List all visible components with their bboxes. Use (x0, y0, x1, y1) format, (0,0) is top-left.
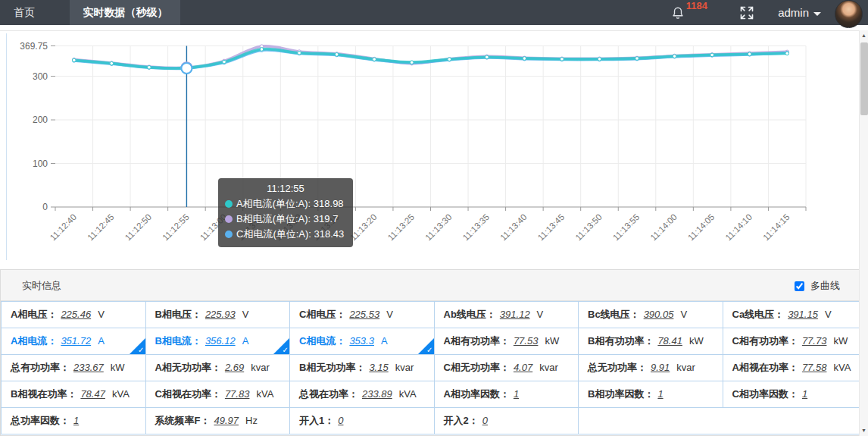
metric-value-link[interactable]: 78.47 (80, 388, 105, 400)
metric-value-link[interactable]: 1 (514, 388, 519, 400)
metric-cell[interactable]: C相电压：225.53V (290, 302, 435, 328)
info-panel-title: 实时信息 (22, 270, 61, 301)
multi-curve-toggle[interactable]: 多曲线 (795, 270, 840, 301)
metric-value-link[interactable]: 233.89 (362, 388, 392, 400)
metric-cell[interactable]: C相电流：353.3A✓ (290, 328, 435, 355)
metric-cell[interactable]: Ab线电压：391.12V (434, 302, 579, 328)
metric-cell[interactable]: Ca线电压：391.15V (723, 302, 867, 328)
metric-unit: kVA (256, 388, 273, 400)
metric-label: A相视在功率： (732, 362, 798, 373)
metric-value-link[interactable]: 356.12 (205, 335, 236, 347)
metric-value-link[interactable]: 1 (657, 388, 663, 400)
metric-label: B相无功功率： (299, 362, 365, 373)
svg-text:11:13:35: 11:13:35 (461, 212, 492, 243)
realtime-metrics-table: A相电压：225.46VB相电压：225.93VC相电压：225.53VAb线电… (1, 301, 867, 434)
metric-value-link[interactable]: 390.05 (644, 309, 674, 320)
tab-realtime-data[interactable]: 实时数据（秒级） (70, 0, 180, 25)
metric-cell[interactable]: C相有功功率：77.73kW (723, 328, 867, 355)
svg-text:11:13:55: 11:13:55 (611, 212, 642, 243)
metric-value-link[interactable]: 78.41 (657, 335, 682, 347)
metric-cell[interactable]: 开入1：0 (290, 408, 435, 434)
metric-cell[interactable]: A相电流：351.72A✓ (2, 328, 146, 355)
metric-value-link[interactable]: 0 (338, 415, 343, 426)
metric-value-link[interactable]: 4.07 (514, 362, 532, 373)
metric-value-link[interactable]: 9.91 (651, 362, 670, 373)
scrollbar-thumb[interactable] (860, 42, 868, 115)
metric-value-link[interactable]: 1 (73, 415, 79, 426)
metric-cell[interactable]: 总有功功率：233.67kW (2, 355, 146, 381)
metric-label: 总视在功率： (299, 388, 358, 400)
metric-cell[interactable]: C相无功功率：4.07kvar (434, 355, 579, 381)
metric-cell[interactable]: B相视在功率：78.47kVA (2, 381, 146, 408)
metric-label: 总有功功率： (11, 362, 70, 373)
metric-value-link[interactable]: 0 (482, 415, 488, 426)
metric-value-link[interactable]: 49.97 (214, 415, 239, 426)
metric-cell[interactable]: 开入2：0 (434, 408, 579, 434)
svg-text:11:13:15: 11:13:15 (311, 212, 341, 243)
metric-cell[interactable]: A相视在功率：77.58kVA (723, 355, 867, 381)
metric-label: C相视在功率： (155, 388, 221, 400)
metric-value-link[interactable]: 351.72 (61, 335, 91, 347)
metric-label: B相电压： (155, 309, 201, 320)
metric-cell[interactable]: B相有功功率：78.41kW (579, 328, 723, 355)
metric-value-link[interactable]: 2.69 (225, 362, 244, 373)
info-panel-header: 实时信息 多曲线 (1, 270, 867, 301)
user-menu[interactable]: admin (778, 0, 821, 25)
svg-text:11:14:15: 11:14:15 (761, 212, 792, 243)
metric-value-link[interactable]: 391.15 (788, 309, 818, 320)
metric-cell[interactable]: B相电压：225.93V (145, 302, 290, 328)
svg-text:11:13:40: 11:13:40 (498, 212, 529, 243)
notification-count-badge[interactable]: 1184 (686, 0, 707, 11)
notification-bell-button[interactable] (671, 0, 688, 25)
metric-cell[interactable]: B相无功功率：3.15kvar (290, 355, 435, 381)
metric-cell[interactable]: 总功率因数：1 (2, 408, 146, 434)
avatar[interactable] (835, 0, 863, 28)
metric-cell[interactable]: C相视在功率：77.83kVA (145, 381, 290, 408)
metric-value-link[interactable]: 77.53 (514, 335, 539, 347)
metric-label: A相电压： (11, 309, 57, 320)
svg-text:11:13:00: 11:13:00 (198, 212, 229, 243)
metric-cell[interactable]: A相有功功率：77.53kW (434, 328, 579, 355)
metric-label: 开入2： (444, 415, 479, 426)
multi-curve-checkbox[interactable] (795, 281, 804, 291)
fullscreen-button[interactable] (739, 0, 757, 25)
metric-cell[interactable]: C相功率因数：1 (723, 381, 867, 408)
metric-cell[interactable]: 系统频率F：49.97Hz (145, 408, 290, 434)
metric-cell[interactable]: A相无功功率：2.69kvar (145, 355, 290, 381)
metric-value-link[interactable]: 225.93 (205, 309, 236, 320)
table-row: A相电压：225.46VB相电压：225.93VC相电压：225.53VAb线电… (2, 302, 867, 328)
metric-value-link[interactable]: 77.58 (802, 362, 827, 373)
metric-unit: V (680, 309, 687, 320)
metric-unit: A (381, 335, 388, 347)
tab-home[interactable]: 首页 (0, 0, 48, 25)
scrollbar-up-arrow[interactable]: ▲ (860, 30, 868, 41)
metric-value-link[interactable]: 353.3 (349, 335, 374, 347)
metric-cell[interactable]: B相功率因数：1 (579, 381, 723, 408)
metric-value-link[interactable]: 77.83 (225, 388, 250, 400)
metric-label: B相电流： (155, 335, 201, 347)
chevron-down-icon (813, 12, 821, 16)
page-scrollbar[interactable]: ▲ ▼ (859, 30, 868, 436)
realtime-current-line-chart[interactable]: 0100200300369.7511:12:4011:12:4511:12:50… (0, 30, 868, 262)
svg-text:11:12:40: 11:12:40 (48, 212, 79, 243)
metric-cell[interactable]: Bc线电压：390.05V (579, 302, 723, 328)
svg-text:200: 200 (33, 114, 48, 125)
metric-cell[interactable]: A相功率因数：1 (434, 381, 579, 408)
scrollbar-down-arrow[interactable]: ▼ (860, 425, 868, 436)
metric-cell[interactable]: 总视在功率：233.89kVA (290, 381, 435, 408)
metric-cell[interactable]: B相电流：356.12A✓ (145, 328, 290, 355)
metric-value-link[interactable]: 1 (802, 388, 807, 400)
metric-value-link[interactable]: 3.15 (369, 362, 388, 373)
metric-unit: kVA (833, 362, 851, 373)
metric-unit: kVA (112, 388, 130, 400)
metric-value-link[interactable]: 233.67 (73, 362, 104, 373)
metric-value-link[interactable]: 225.53 (349, 309, 379, 320)
metric-cell[interactable]: 总无功功率：9.91kvar (579, 355, 723, 381)
realtime-data-page: 首页 实时数据（秒级） 1184 admin 01 (0, 0, 868, 436)
metric-value-link[interactable]: 391.12 (500, 309, 530, 320)
metric-label: A相无功功率： (155, 362, 221, 373)
metric-value-link[interactable]: 225.46 (61, 309, 91, 320)
metric-value-link[interactable]: 77.73 (802, 335, 827, 347)
svg-text:11:13:50: 11:13:50 (573, 212, 604, 243)
metric-cell[interactable]: A相电压：225.46V (2, 302, 146, 328)
